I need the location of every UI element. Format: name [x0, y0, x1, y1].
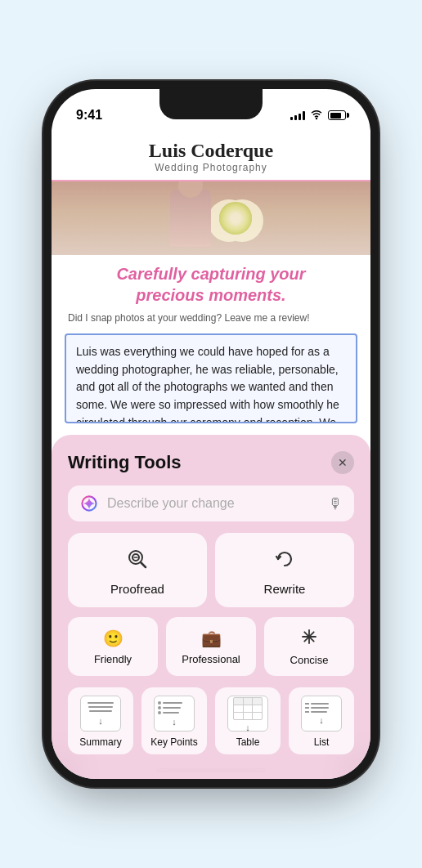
list-button[interactable]: ↓ List	[289, 687, 354, 754]
summary-button[interactable]: ↓ Summary	[68, 687, 133, 754]
rewrite-icon	[273, 548, 296, 575]
key-points-button[interactable]: ↓ Key Points	[141, 687, 207, 754]
concise-label: Concise	[290, 654, 329, 666]
list-label: List	[314, 736, 330, 748]
friendly-button[interactable]: 🙂 Friendly	[68, 617, 158, 676]
status-time: 9:41	[76, 108, 102, 123]
phone-frame: 9:41 Luis Coderque	[52, 89, 370, 779]
hero-image	[52, 181, 370, 255]
review-prompt: Did I snap photos at your wedding? Leave…	[52, 311, 370, 330]
concise-icon	[301, 629, 317, 649]
summary-label: Summary	[79, 736, 121, 748]
hero-image-inner	[52, 181, 370, 255]
site-name: Luis Coderque	[68, 140, 354, 162]
key-points-format-icon: ↓	[154, 696, 195, 732]
signal-icon	[290, 110, 305, 120]
search-placeholder: Describe your change	[107, 496, 320, 511]
tone-actions-row: 🙂 Friendly 💼 Professional Concise	[68, 617, 354, 676]
proofread-icon	[126, 548, 149, 575]
proofread-button[interactable]: Proofread	[68, 533, 207, 607]
rewrite-button[interactable]: Rewrite	[215, 533, 354, 607]
writing-tools-header: Writing Tools ✕	[68, 451, 354, 474]
table-format-icon: ↓	[227, 696, 268, 732]
describe-change-bar[interactable]: Describe your change 🎙	[68, 485, 354, 521]
proofread-label: Proofread	[110, 582, 164, 596]
rewrite-label: Rewrite	[264, 582, 306, 596]
notch	[159, 89, 263, 119]
professional-icon: 💼	[201, 629, 222, 648]
friendly-label: Friendly	[94, 653, 132, 665]
svg-line-3	[141, 562, 146, 567]
format-actions-row: ↓ Summary ↓ Key Points	[68, 687, 354, 754]
site-header: Luis Coderque Wedding Photography	[52, 130, 370, 181]
key-points-label: Key Points	[150, 736, 197, 748]
wifi-icon	[310, 110, 323, 120]
svg-point-0	[316, 118, 317, 119]
writing-tools-title: Writing Tools	[68, 452, 182, 473]
professional-button[interactable]: 💼 Professional	[166, 617, 256, 676]
review-text-box[interactable]: Luis was everything we could have hoped …	[65, 333, 357, 423]
battery-icon	[328, 110, 346, 120]
site-subtitle: Wedding Photography	[68, 162, 354, 173]
close-button[interactable]: ✕	[331, 451, 354, 474]
writing-tools-panel: Writing Tools ✕ Describe your change 🎙	[52, 435, 370, 779]
list-format-icon: ↓	[301, 696, 342, 732]
status-icons	[290, 110, 346, 120]
table-button[interactable]: ↓ Table	[215, 687, 281, 754]
mic-icon[interactable]: 🎙	[328, 495, 343, 512]
concise-button[interactable]: Concise	[264, 617, 354, 676]
professional-label: Professional	[182, 653, 240, 665]
tagline: Carefully capturing yourprecious moments…	[52, 255, 370, 311]
website-content: Luis Coderque Wedding Photography Carefu…	[52, 130, 370, 423]
table-label: Table	[236, 736, 260, 748]
friendly-icon: 🙂	[103, 629, 123, 648]
summary-format-icon: ↓	[80, 696, 121, 732]
sparkle-icon	[79, 494, 99, 513]
main-actions-row: Proofread Rewrite	[68, 533, 354, 607]
